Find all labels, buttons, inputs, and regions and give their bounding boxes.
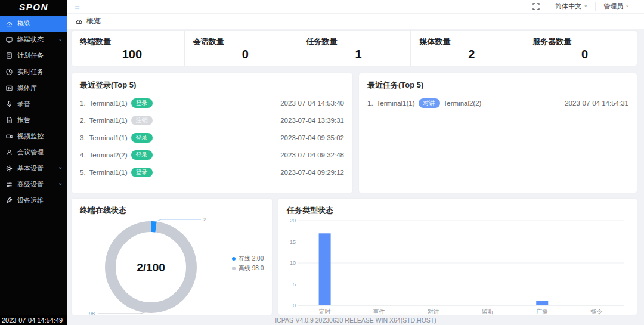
sidebar-item-11[interactable]: 高级设置∨ [0, 177, 67, 193]
svg-text:20: 20 [290, 218, 296, 224]
login-row: 1.Terminal1(1)登录2023-07-04 14:53:40 [80, 94, 344, 112]
stat-cell: 媒体数量2 [410, 31, 524, 66]
planned-task-icon [5, 52, 13, 60]
main-area: ≡ 简体中文 ∨ 管理员 ∨ 概览 终端数量100会话数量0任务数量1媒体数量2… [67, 0, 644, 325]
chevron-down-icon: ∨ [584, 4, 587, 8]
system-clock: 2023-07-04 14:54:49 [0, 315, 67, 325]
terminal-name: Terminal2(2) [444, 100, 482, 107]
basic-settings-icon [5, 165, 13, 172]
sidebar-item-label: 计划任务 [17, 51, 44, 60]
sidebar-item-label: 会议管理 [17, 148, 44, 157]
terminal-status-icon [5, 36, 13, 44]
svg-text:对讲: 对讲 [428, 308, 439, 315]
login-row: 3.Terminal1(1)登录2023-07-04 09:35:02 [80, 129, 344, 146]
stat-value: 0 [193, 48, 298, 61]
stat-label: 媒体数量 [419, 36, 524, 47]
task-row: 1.Terminal1(1)对讲Terminal2(2)2023-07-04 1… [367, 94, 628, 112]
row-time: 2023-07-04 09:35:02 [280, 134, 344, 141]
stat-cell: 任务数量1 [298, 31, 411, 66]
recent-login-title: 最近登录(Top 5) [80, 80, 344, 91]
chevron-down-icon: ∨ [58, 38, 62, 42]
stat-value: 100 [80, 48, 184, 61]
status-badge: 登录 [131, 98, 153, 108]
sidebar-item-label: 高级设置 [17, 180, 44, 189]
sidebar-item-6[interactable]: 录音 [0, 96, 67, 112]
row-index: 1. [80, 100, 86, 107]
user-label: 管理员 [603, 2, 623, 11]
recording-icon [5, 100, 13, 108]
login-row: 5.Terminal1(1)登录2023-07-04 09:29:12 [80, 163, 344, 181]
row-time: 2023-07-04 14:53:40 [280, 100, 344, 107]
svg-text:10: 10 [290, 260, 296, 266]
row-index: 5. [80, 169, 86, 176]
svg-text:15: 15 [290, 239, 296, 245]
stat-label: 任务数量 [306, 36, 411, 47]
menu-collapse-icon[interactable]: ≡ [75, 2, 80, 11]
sidebar-item-4[interactable]: 实时任务 [0, 64, 67, 80]
breadcrumb-label[interactable]: 概览 [86, 16, 101, 26]
sidebar-item-5[interactable]: 媒体库 [0, 80, 67, 96]
status-badge: 登录 [131, 168, 153, 177]
row-index: 1. [367, 100, 373, 107]
overview-icon [75, 17, 83, 25]
stat-cell: 会话数量0 [184, 31, 298, 66]
report-icon [5, 116, 13, 124]
sidebar-item-label: 概览 [17, 19, 30, 28]
sidebar-item-label: 报告 [17, 116, 30, 125]
stats-card: 终端数量100会话数量0任务数量1媒体数量2服务器数量0 [72, 31, 637, 66]
row-index: 3. [80, 134, 86, 141]
spon-logo: SPON [0, 0, 67, 14]
recent-tasks-panel: 最近任务(Top 5) 1.Terminal1(1)对讲Terminal2(2)… [359, 73, 637, 193]
status-badge: 注销 [131, 116, 153, 125]
stat-cell: 终端数量100 [72, 31, 184, 66]
stat-value: 2 [419, 48, 524, 61]
svg-text:定时: 定时 [319, 308, 331, 315]
fullscreen-icon[interactable] [525, 3, 547, 10]
terminal-name: Terminal2(2) [89, 151, 128, 159]
sidebar-item-label: 终端状态 [17, 35, 44, 44]
recent-login-list: 1.Terminal1(1)登录2023-07-04 14:53:402.Ter… [80, 94, 344, 181]
svg-text:2: 2 [203, 217, 206, 222]
svg-text:0: 0 [293, 302, 296, 308]
svg-text:2/100: 2/100 [137, 261, 165, 274]
breadcrumb: 概览 [67, 14, 644, 29]
stat-label: 服务器数量 [532, 36, 637, 47]
status-badge: 登录 [131, 150, 153, 160]
sidebar-item-2[interactable]: 终端状态∨ [0, 32, 67, 48]
login-row: 4.Terminal2(2)登录2023-07-04 09:32:48 [80, 146, 344, 163]
sidebar-item-1[interactable]: 概览 [0, 16, 67, 32]
status-badge: 登录 [131, 133, 153, 143]
row-time: 2023-07-04 09:32:48 [280, 151, 344, 159]
stat-label: 会话数量 [193, 36, 298, 47]
svg-text:事件: 事件 [373, 308, 385, 315]
stat-cell: 服务器数量0 [524, 31, 637, 66]
svg-text:5: 5 [293, 281, 296, 287]
sidebar-item-9[interactable]: 会议管理 [0, 144, 67, 160]
sidebar-item-7[interactable]: 报告 [0, 112, 67, 128]
sidebar-item-8[interactable]: 视频监控 [0, 128, 67, 144]
login-row: 2.Terminal1(1)注销2023-07-04 13:39:31 [80, 112, 344, 129]
svg-text:指令: 指令 [590, 308, 602, 315]
task-type-badge: 对讲 [419, 98, 440, 108]
task-type-bar-chart: 05101520定时事件对讲监听广播指令 [287, 217, 628, 321]
sidebar-item-3[interactable]: 计划任务 [0, 48, 67, 64]
svg-text:监听: 监听 [482, 308, 494, 315]
language-selector[interactable]: 简体中文 ∨ [547, 2, 595, 11]
donut-chart-title: 终端在线状态 [80, 205, 264, 216]
dashboard-icon [5, 20, 13, 27]
sidebar-menu: 概览终端状态∨计划任务实时任务媒体库录音报告视频监控会议管理基本设置∨高级设置∨… [0, 16, 67, 209]
chevron-down-icon: ∨ [626, 4, 629, 8]
user-menu[interactable]: 管理员 ∨ [595, 2, 637, 11]
sidebar-item-10[interactable]: 基本设置∨ [0, 160, 67, 177]
sidebar-item-12[interactable]: 设备运维 [0, 193, 67, 209]
terminal-online-donut-chart: 2982/100在线 2.00%离线 98.00% [80, 217, 264, 320]
sidebar: SPON 概览终端状态∨计划任务实时任务媒体库录音报告视频监控会议管理基本设置∨… [0, 0, 67, 315]
stat-value: 1 [306, 48, 411, 61]
svg-text:广播: 广播 [536, 308, 548, 315]
bar-chart-title: 任务类型状态 [287, 205, 628, 216]
chevron-down-icon: ∨ [58, 166, 62, 171]
chevron-down-icon: ∨ [58, 182, 62, 187]
video-monitor-icon [5, 132, 13, 140]
sidebar-item-label: 基本设置 [17, 164, 44, 173]
meeting-icon [5, 148, 13, 156]
